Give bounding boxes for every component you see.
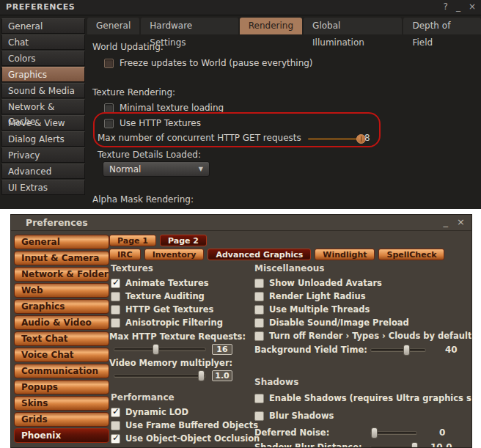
miscellaneous-header: Miscellaneous [254,263,324,273]
nav-button-phoenix[interactable]: Phoenix [14,428,109,443]
sidebar-item-sound-media[interactable]: Sound & Media [1,83,85,98]
sidebar-item-dialog-alerts[interactable]: Dialog Alerts [1,131,85,147]
frame-buffered-checkbox[interactable] [111,421,120,430]
render-light-radius-checkbox[interactable] [254,292,264,301]
sidebar-item-graphics[interactable]: Graphics [1,67,85,82]
use-http-row: Use HTTP Textures [104,118,201,128]
object-occlusion-checkbox[interactable]: ✓ [111,434,120,444]
shadows-header: Shadows [254,377,298,387]
enable-shadows-checkbox[interactable] [254,394,264,403]
title-bar[interactable]: Preferences _ × [11,215,471,231]
max-http-requests-label: Max HTTP Texture Requests: [109,331,246,342]
minimize-icon[interactable]: _ [456,1,460,12]
deferred-noise-value: 0 [439,427,445,438]
slider-thumb[interactable] [153,344,159,355]
nav-button-general[interactable]: General [14,235,109,249]
texture-auditing-checkbox[interactable] [111,292,120,301]
video-memory-slider[interactable] [114,374,206,378]
checkbox-label: Use Frame Buffered Objects [125,420,258,430]
nav-button-audio-video[interactable]: Audio & Video [14,315,109,330]
tab-depth-of-field[interactable]: Depth of Field [403,18,481,34]
checkbox-label: Dynamic LOD [125,407,188,417]
tab-page-2[interactable]: Page 2 [160,235,207,246]
multiple-threads-row: Use Multiple Threads [254,304,370,315]
texture-details-label: Texture Details Loaded: [98,150,201,160]
deferred-noise-slider[interactable] [370,431,417,435]
close-icon[interactable]: × [469,1,476,12]
blur-shadows-row: Blur Shadows [254,411,334,421]
nav-button-graphics[interactable]: Graphics [14,299,109,314]
disable-preload-checkbox[interactable] [254,318,264,328]
sidebar-item-colors[interactable]: Colors [1,51,85,66]
nav-button-voice-chat[interactable]: Voice Chat [14,348,109,362]
video-memory-slider-row: 1.0 [114,370,232,381]
nav-button-web[interactable]: Web [14,283,109,298]
chevron-down-icon: ▼ [199,166,203,172]
tab-row-pages: Page 1 Page 2 [109,235,207,246]
blur-shadows-checkbox[interactable] [254,411,264,421]
multiple-threads-checkbox[interactable] [254,305,264,315]
slider-thumb[interactable] [198,370,205,381]
nav-button-communication[interactable]: Communication [14,364,109,378]
checkbox-label: Render Light Radius [269,291,366,301]
preferences-window-phoenix: Preferences _ × General Input & Camera N… [10,214,472,448]
tab-windlight[interactable]: Windlight [315,249,375,260]
nav-button-popups[interactable]: Popups [14,380,109,394]
tab-hardware-settings[interactable]: Hardware Settings [141,18,238,34]
minimal-texture-checkbox[interactable] [104,103,114,113]
sidebar-item-general[interactable]: General [1,18,85,34]
title-bar[interactable]: PREFERENCES ? _ × [0,0,481,15]
checkbox-label: Use Object-Object Occlusion [125,433,260,444]
anisotropic-filtering-row: Anisotropic Filtering [111,317,223,328]
sidebar-item-ui-extras[interactable]: UI Extras [1,180,85,195]
nav-button-network-folder[interactable]: Network & Folder [14,267,109,282]
show-unloaded-avatars-row: Show Unloaded Avatars [254,278,382,288]
http-get-textures-checkbox[interactable] [111,305,120,315]
dynamic-lod-checkbox[interactable]: ✓ [111,408,120,417]
max-http-get-value: 8 [364,133,370,143]
close-icon[interactable]: × [457,216,465,227]
tab-spellcheck[interactable]: SpellCheck [378,249,444,260]
minimize-icon[interactable]: _ [444,216,449,227]
checkbox-label: Use Multiple Threads [269,304,370,315]
slider-thumb[interactable] [411,442,418,448]
max-http-requests-slider[interactable] [114,348,206,351]
tab-inventory[interactable]: Inventory [144,249,205,260]
sidebar-item-privacy[interactable]: Privacy [1,147,85,163]
help-icon[interactable]: ? [444,1,448,12]
max-http-get-slider[interactable] [308,138,361,140]
tab-global-illumination[interactable]: Global Illumination [304,18,402,34]
sidebar-item-network-cache[interactable]: Network & Cache [1,99,85,114]
tab-bar: General Hardware Settings Rendering Glob… [87,18,481,34]
background-yield-row: Background Yield Time: 40 [254,345,458,355]
tab-general[interactable]: General [87,18,139,34]
tab-advanced-graphics[interactable]: Advanced Graphics [208,249,311,260]
tab-irc[interactable]: IRC [109,249,141,260]
sidebar-item-advanced[interactable]: Advanced [1,164,85,179]
performance-header: Performance [111,392,175,403]
anisotropic-filtering-checkbox[interactable] [111,318,120,328]
animate-textures-checkbox[interactable]: ✓ [111,279,120,288]
freeze-updates-checkbox[interactable] [104,59,114,68]
sidebar-item-move-view[interactable]: Move & View [1,115,85,131]
max-http-requests-slider-row: 16 [114,344,232,355]
nav-button-input-camera[interactable]: Input & Camera [14,251,109,265]
nav-button-grids[interactable]: Grids [14,412,109,427]
use-http-checkbox[interactable] [104,119,114,128]
max-http-get-label: Max number of concurrent HTTP GET reques… [98,133,301,143]
nav-button-column: General Input & Camera Network & Folder … [14,235,109,444]
slider-thumb[interactable] [403,345,410,356]
checkbox-label: Blur Shadows [269,411,334,421]
nav-button-skins[interactable]: Skins [14,396,109,411]
tab-rendering[interactable]: Rendering [240,18,302,34]
turn-off-clouds-checkbox[interactable] [254,331,264,341]
shadow-blur-slider[interactable] [370,446,417,448]
sidebar-item-chat[interactable]: Chat [1,34,85,50]
background-yield-slider[interactable] [370,348,426,352]
tab-page-1[interactable]: Page 1 [109,235,156,246]
texture-details-dropdown[interactable]: Normal ▼ [103,161,210,177]
show-unloaded-avatars-checkbox[interactable] [254,279,264,288]
nav-button-text-chat[interactable]: Text Chat [14,331,109,346]
frame-buffered-row: Use Frame Buffered Objects [111,420,258,430]
slider-thumb[interactable] [371,427,378,438]
